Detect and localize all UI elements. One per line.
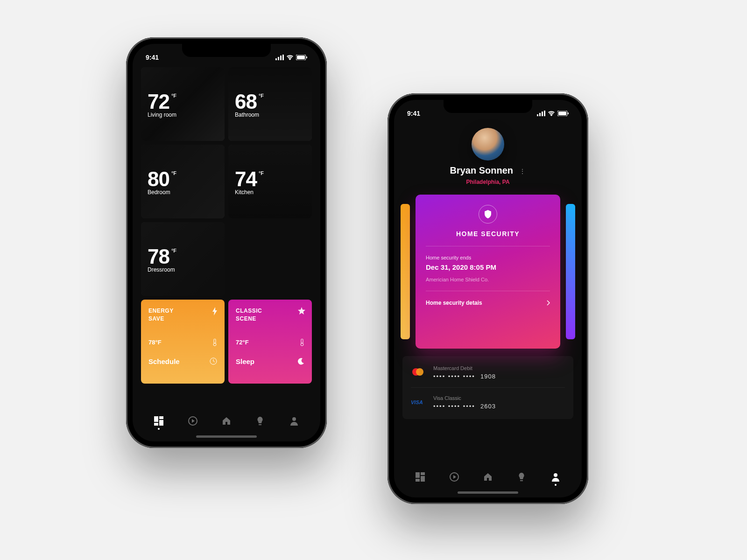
- scene-title-line: CLASSIC: [236, 308, 262, 314]
- scene-card-energy-save[interactable]: ENERGYSAVE 78°F Schedule: [141, 300, 225, 384]
- tab-profile[interactable]: [285, 416, 303, 430]
- scene-action: Sleep: [236, 357, 254, 365]
- battery-icon: [557, 111, 569, 116]
- bulb-icon: [255, 416, 265, 426]
- home-indicator[interactable]: [196, 435, 257, 438]
- wifi-icon: [286, 55, 294, 60]
- play-icon: [450, 472, 459, 482]
- security-link-label: Home security detais: [426, 300, 482, 306]
- room-name: Bathroom: [235, 112, 305, 118]
- security-ends-label: Home security ends: [426, 255, 550, 260]
- svg-rect-29: [421, 472, 425, 475]
- room-card-kitchen[interactable]: 74°F Kitchen: [228, 145, 312, 218]
- profile-location: Philadelphia, PA: [402, 179, 573, 185]
- avatar[interactable]: [472, 128, 504, 161]
- bolt-icon: [211, 307, 218, 315]
- payment-row-mastercard[interactable]: Mastercard Debit •••• •••• •••• 1908: [411, 358, 565, 388]
- svg-rect-5: [297, 56, 305, 59]
- tab-dashboard[interactable]: [149, 416, 168, 430]
- carousel-card-prev[interactable]: [401, 204, 410, 339]
- chevron-right-icon: [547, 300, 550, 306]
- room-unit: °F: [171, 170, 176, 176]
- room-temp: 72: [148, 90, 169, 113]
- security-company: Americian Home Shield Co.: [426, 277, 550, 282]
- carousel-card-next[interactable]: [566, 204, 575, 339]
- more-icon[interactable]: ⋮: [519, 168, 526, 175]
- person-icon: [289, 416, 299, 426]
- scene-card-classic-scene[interactable]: CLASSICSCENE 72°F Sleep: [228, 300, 312, 384]
- svg-rect-24: [568, 112, 569, 114]
- mastercard-icon: [411, 367, 427, 378]
- profile-name: Bryan Sonnen: [450, 165, 513, 176]
- svg-rect-6: [306, 56, 307, 58]
- scene-title-line: SCENE: [236, 315, 256, 322]
- tab-home[interactable]: [217, 416, 236, 430]
- svg-text:VISA: VISA: [411, 399, 423, 405]
- svg-rect-1: [278, 57, 279, 60]
- svg-rect-28: [416, 472, 420, 478]
- signal-icon: [537, 111, 545, 116]
- svg-rect-21: [544, 111, 545, 116]
- wifi-icon: [548, 111, 555, 116]
- security-ends-value: Dec 31, 2020 8:05 PM: [426, 263, 550, 271]
- tab-home[interactable]: [479, 472, 497, 486]
- dashboard-icon: [154, 416, 163, 426]
- status-time: 9:41: [407, 110, 420, 117]
- tab-profile[interactable]: [546, 472, 565, 486]
- room-temp: 68: [235, 90, 257, 113]
- svg-point-33: [554, 473, 557, 477]
- notch: [444, 100, 532, 113]
- payment-list: Mastercard Debit •••• •••• •••• 1908 VIS…: [402, 356, 573, 419]
- svg-rect-14: [159, 420, 163, 426]
- thermometer-icon: [300, 339, 304, 346]
- star-icon: [298, 307, 305, 315]
- svg-rect-0: [275, 58, 277, 60]
- signal-icon: [275, 55, 284, 60]
- svg-rect-20: [542, 112, 543, 116]
- tab-play[interactable]: [445, 472, 464, 486]
- home-icon: [483, 472, 493, 482]
- payment-mask: •••• •••• ••••: [433, 403, 475, 410]
- scene-title-line: SAVE: [148, 315, 164, 322]
- room-unit: °F: [171, 93, 176, 98]
- svg-rect-30: [421, 476, 425, 482]
- battery-icon: [296, 55, 307, 60]
- payment-row-visa[interactable]: VISA Visa Classic •••• •••• •••• 2603: [411, 388, 565, 417]
- phone-profile: 9:41 Bryan Sonnen ⋮ Philadelphia, PA: [388, 93, 588, 504]
- notch: [182, 44, 271, 57]
- svg-point-26: [416, 368, 423, 376]
- room-name: Kitchen: [235, 189, 305, 196]
- room-card-bedroom[interactable]: 80°F Bedroom: [141, 145, 225, 218]
- home-icon: [222, 416, 231, 426]
- svg-point-17: [292, 417, 296, 421]
- visa-icon: VISA: [411, 399, 427, 407]
- security-title: HOME SECURITY: [426, 230, 550, 238]
- svg-rect-23: [558, 112, 566, 115]
- home-indicator[interactable]: [458, 491, 518, 494]
- room-unit: °F: [259, 170, 264, 176]
- svg-rect-2: [280, 56, 282, 60]
- payment-mask: •••• •••• ••••: [433, 373, 475, 380]
- security-details-link[interactable]: Home security detais: [426, 300, 550, 306]
- room-card-dressroom[interactable]: 78°F Dressroom: [141, 222, 225, 296]
- svg-rect-13: [159, 416, 163, 419]
- shield-icon: [479, 205, 497, 224]
- room-card-bathroom[interactable]: 68°F Bathroom: [228, 67, 312, 141]
- tab-play[interactable]: [183, 416, 202, 430]
- dashboard-icon: [416, 472, 425, 482]
- security-card[interactable]: HOME SECURITY Home security ends Dec 31,…: [416, 195, 560, 349]
- room-temp: 74: [235, 168, 257, 191]
- tab-dashboard[interactable]: [411, 472, 430, 486]
- svg-rect-3: [282, 55, 284, 60]
- moon-icon: [297, 358, 304, 365]
- payment-last4: 1908: [480, 373, 496, 380]
- play-icon: [188, 416, 197, 426]
- tab-bulb[interactable]: [512, 472, 531, 486]
- room-name: Dressroom: [148, 266, 218, 273]
- room-card-living-room[interactable]: 72°F Living room: [141, 67, 225, 141]
- room-unit: °F: [171, 248, 176, 253]
- payment-label: Mastercard Debit: [433, 365, 565, 371]
- tab-bulb[interactable]: [251, 416, 269, 430]
- svg-rect-15: [154, 423, 158, 426]
- svg-rect-19: [539, 113, 541, 116]
